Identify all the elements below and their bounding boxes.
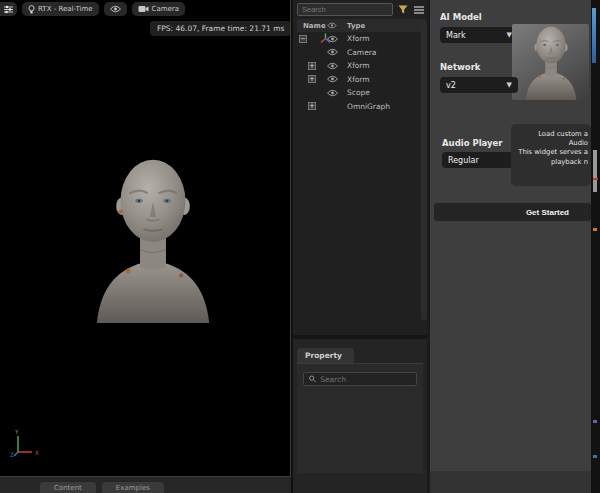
visibility-eye-icon[interactable] [323,35,341,43]
scrollbar-mark [593,228,597,231]
prim-type-label: Xform [347,75,370,84]
stage-col-visibility-icon [323,22,341,29]
axis-gizmo: Y X Z [10,428,44,462]
stage-row-scope[interactable]: Scope [297,86,425,100]
eye-icon [110,5,121,13]
property-search[interactable] [303,372,417,386]
chevron-down-icon: ▼ [507,81,512,89]
options-menu-icon[interactable] [412,3,425,16]
info-line: This widget serves a [514,148,588,157]
stage-row-omnigraph[interactable]: +OmniGraph [297,100,425,114]
app-window: RTX - Real-Time [0,0,600,493]
prim-type-label: Xform [347,61,370,70]
visibility-button[interactable] [104,2,127,16]
camera-label: Camera [152,5,179,13]
prim-type-label: OmniGraph [347,102,390,111]
bottom-tab-examples[interactable]: Examples [102,482,164,493]
axis-y-label: Y [15,428,19,435]
prim-type-label: Xform [347,34,370,43]
stage-col-type: Type [347,22,365,30]
tab-property[interactable]: Property [297,348,354,363]
network-value: v2 [446,81,456,90]
stage-row-camera[interactable]: Camera [297,46,425,60]
visibility-eye-icon[interactable] [323,48,341,56]
stage-column-headers[interactable]: Name Type [297,19,425,32]
sliders-icon [4,5,13,14]
property-search-input[interactable] [320,375,411,384]
info-line: Load custom a [514,130,588,139]
expand-toggle-icon[interactable]: + [308,75,316,83]
stage-col-name: Name [297,22,323,30]
renderer-button[interactable]: RTX - Real-Time [22,2,99,16]
scrollbar-thumb[interactable] [593,150,597,192]
ai-model-label: AI Model [440,12,482,22]
middle-panels: Name Type −XformCamera+Xform+XformScope+… [291,0,427,493]
stage-row-xform[interactable]: −Xform [297,32,425,46]
scrollbar-blue-segment [592,8,596,63]
scrollbar-mark [593,178,598,180]
viewport-toolbar: RTX - Real-Time [0,2,185,16]
head-model-3d[interactable] [88,150,218,327]
axis-x-label: X [35,449,39,456]
stage-row-xform[interactable]: +Xform [297,59,425,73]
ai-model-select[interactable]: Mark ▼ [440,27,518,43]
stage-tree: −XformCamera+Xform+XformScope+OmniGraph [297,32,425,113]
scrollbar-mark [593,420,597,423]
model-thumbnail [512,24,589,100]
bottom-tab-bar: ContentExamples [0,477,291,493]
search-icon [309,375,316,383]
network-select[interactable]: v2 ▼ [440,77,518,93]
visibility-eye-icon[interactable] [323,62,341,70]
camera-icon [138,5,149,13]
expand-toggle-icon[interactable]: + [308,62,316,70]
network-label: Network [440,62,480,72]
axis-z-label: Z [10,451,14,458]
viewport-column: RTX - Real-Time [0,0,291,493]
lightbulb-icon [28,5,35,14]
scrollbar-mark [593,455,597,458]
viewport-settings-button[interactable] [0,2,17,16]
audio-player-info-text: Load custom aAudioThis widget serves apl… [511,124,591,186]
stage-search-input[interactable] [297,3,393,16]
audio2face-settings-panel: AI Model Mark ▼ Network v2 ▼ Audio Playe… [427,0,591,493]
camera-button[interactable]: Camera [132,2,185,16]
property-panel: Property [293,339,427,493]
ai-model-value: Mark [446,31,466,40]
bottom-tab-content[interactable]: Content [40,482,96,493]
window-edge-scrollbar[interactable] [591,0,600,493]
prim-type-label: Scope [347,88,370,97]
info-line: Audio [514,139,588,148]
audio-player-value: Regular [448,156,479,165]
expand-toggle-icon[interactable]: − [299,35,307,43]
expand-toggle-icon[interactable]: + [308,102,316,110]
get-started-button[interactable]: Get Started [434,203,591,221]
right-panel-bottom-strip [430,471,591,493]
filter-icon[interactable] [396,3,409,16]
fps-indicator: FPS: 46.07, Frame time: 21.71 ms [150,21,291,36]
stage-panel: Name Type −XformCamera+Xform+XformScope+… [293,0,427,339]
viewport-3d[interactable]: RTX - Real-Time [0,0,291,477]
prim-type-label: Camera [347,48,376,57]
visibility-eye-icon[interactable] [323,89,341,97]
visibility-eye-icon[interactable] [323,75,341,83]
info-line: playback n [514,158,588,167]
audio-player-label: Audio Player [442,138,503,148]
stage-row-xform[interactable]: +Xform [297,73,425,87]
renderer-label: RTX - Real-Time [38,5,93,13]
